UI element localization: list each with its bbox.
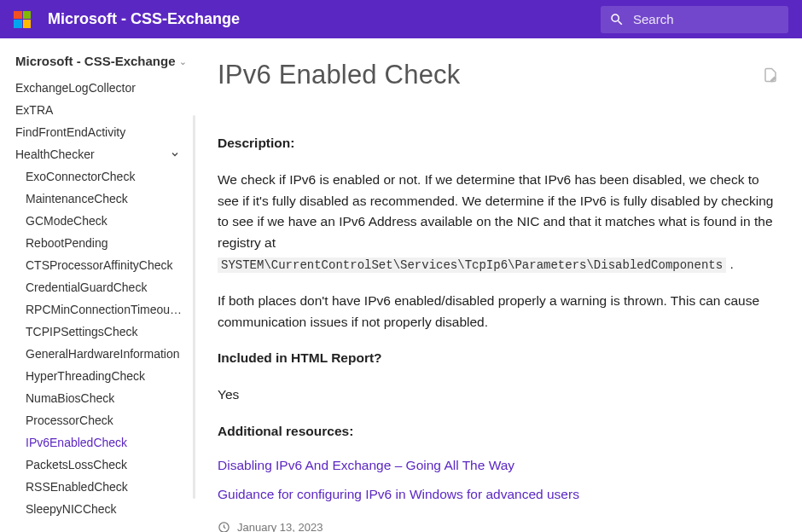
registry-path-code: SYSTEM\CurrentControlSet\Services\TcpIp6… (218, 257, 726, 273)
sidebar-item[interactable]: ExoConnectorCheck (26, 165, 200, 188)
sidebar-item[interactable]: SleepyNICCheck (26, 498, 200, 520)
sidebar-item[interactable]: PacketsLossCheck (26, 454, 200, 476)
description-body: We check if IPv6 is enabled or not. If w… (218, 170, 778, 275)
header: Microsoft - CSS-Exchange (0, 0, 802, 38)
sidebar-item[interactable]: RebootPending (26, 232, 200, 254)
sidebar-item[interactable]: ProcessorCheck (26, 409, 200, 431)
chevron-down-icon (170, 149, 180, 159)
collapse-icon[interactable]: ⌃ (179, 55, 187, 66)
resource-link-1[interactable]: Disabling IPv6 And Exchange – Going All … (218, 458, 514, 473)
search-icon (609, 12, 625, 27)
scrollbar[interactable] (193, 115, 195, 499)
sidebar: Microsoft - CSS-Exchange ⌃ ExchangeLogCo… (0, 38, 200, 532)
warning-text: If both places don't have IPv6 enabled/d… (218, 291, 778, 333)
sidebar-group-healthchecker[interactable]: HealthChecker (15, 143, 200, 165)
sidebar-item[interactable]: GCModeCheck (26, 210, 200, 232)
sidebar-item[interactable]: CTSProcessorAffinityCheck (26, 254, 200, 276)
included-value: Yes (218, 385, 778, 406)
description-label: Description: (218, 133, 778, 154)
sidebar-title[interactable]: Microsoft - CSS-Exchange (15, 54, 176, 68)
description-text: We check if IPv6 is enabled or not. If w… (218, 172, 773, 250)
microsoft-logo-icon (14, 11, 31, 28)
search-box[interactable] (601, 6, 788, 33)
resource-link-2[interactable]: Guidance for configuring IPv6 in Windows… (218, 487, 579, 502)
description-suffix: . (726, 257, 734, 271)
resources-label: Additional resources: (218, 421, 778, 442)
site-title[interactable]: Microsoft - CSS-Exchange (48, 10, 601, 28)
page-title: IPv6 Enabled Check (218, 60, 461, 90)
sidebar-item[interactable]: IPv6EnabledCheck (26, 431, 200, 454)
sidebar-item[interactable]: CredentialGuardCheck (26, 276, 200, 298)
included-label: Included in HTML Report? (218, 348, 778, 369)
edit-page-icon[interactable] (763, 67, 778, 83)
sidebar-group-label: HealthChecker (15, 143, 95, 165)
sidebar-item[interactable]: GeneralHardwareInformation (26, 343, 200, 365)
last-updated-date: January 13, 2023 (237, 521, 323, 532)
sidebar-item[interactable]: MaintenanceCheck (26, 188, 200, 210)
sidebar-item[interactable]: FindFrontEndActivity (15, 121, 200, 143)
sidebar-item[interactable]: TCPIPSettingsCheck (26, 321, 200, 343)
last-updated: January 13, 2023 (218, 521, 778, 532)
sidebar-item[interactable]: RSSEnabledCheck (26, 476, 200, 498)
sidebar-item[interactable]: RPCMinConnectionTimeou… (26, 298, 200, 321)
search-input[interactable] (633, 12, 780, 26)
history-icon (218, 521, 230, 532)
sidebar-item[interactable]: NumaBiosCheck (26, 387, 200, 409)
sidebar-item[interactable]: HyperThreadingCheck (26, 365, 200, 387)
sidebar-item[interactable]: ExTRA (15, 99, 200, 121)
sidebar-item[interactable]: ExchangeLogCollector (15, 77, 200, 99)
main-content: IPv6 Enabled Check Description: We check… (200, 38, 802, 532)
